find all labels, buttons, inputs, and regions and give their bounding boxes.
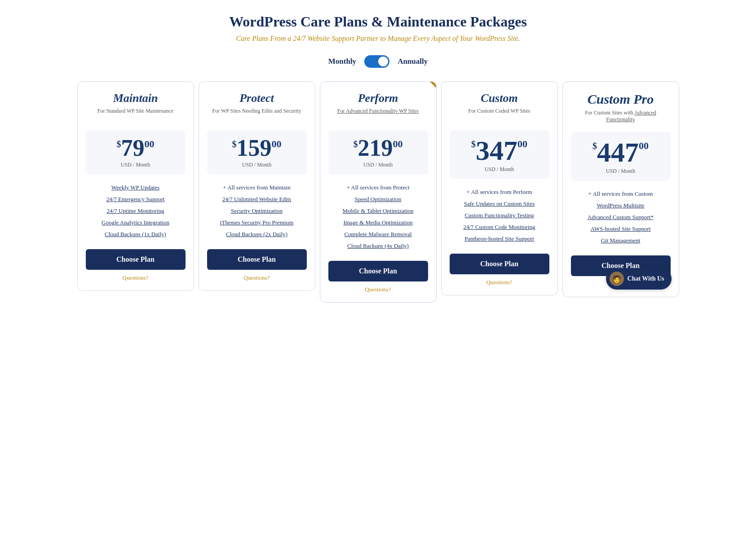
price-main: 347 <box>476 136 517 164</box>
feature-item: + All services from Maintain <box>207 182 307 193</box>
price-cents: 00 <box>272 138 282 150</box>
plan-card-perform: MOST POPULAR Perform For Advanced Functi… <box>320 81 437 303</box>
price-symbol: $ <box>117 139 121 149</box>
price-main: 79 <box>121 136 145 160</box>
plan-name: Maintain <box>86 92 186 105</box>
plan-description: For WP Sites Needing Edits and Security <box>207 108 307 124</box>
price-period: USD / Month <box>90 162 181 168</box>
choose-plan-button[interactable]: Choose Plan <box>450 254 549 274</box>
price-main: 447 <box>597 138 639 166</box>
chat-avatar-icon: 🧑 <box>610 272 624 286</box>
plans-container: Maintain For Standard WP Site Maintenanc… <box>75 81 681 303</box>
plan-card-custom-pro: Custom Pro For Custom Sites with Advance… <box>562 81 679 297</box>
feature-item: Speed Optimization <box>328 193 428 205</box>
plan-description: For Custom Sites with Advanced Functiona… <box>571 110 671 126</box>
feature-item: Weekly WP Updates <box>86 182 186 193</box>
feature-item: + All services from Custom <box>571 188 671 200</box>
feature-item: 24/7 Custom Code Monitoring <box>450 221 549 233</box>
feature-item: Google Analytics Integration <box>86 217 186 228</box>
price-block: $ 159 00 USD / Month <box>207 130 307 175</box>
feature-item: Pantheon-hosted Site Support <box>450 233 549 245</box>
questions-link[interactable]: Questions? <box>86 274 186 281</box>
features-list: + All services from Maintain24/7 Unlimit… <box>207 182 307 240</box>
feature-item: AWS-hosted Site Support <box>571 223 671 235</box>
plan-name: Custom <box>450 92 549 105</box>
choose-plan-button[interactable]: Choose Plan <box>207 249 307 270</box>
feature-item: Git Management <box>571 235 671 246</box>
chat-label: Chat With Us <box>628 275 664 282</box>
price-main: 159 <box>237 136 272 160</box>
price-block: $ 447 00 USD / Month <box>571 132 671 181</box>
feature-item: Cloud Backups (2x Daily) <box>207 228 307 240</box>
feature-item: 24/7 Uptime Monitoring <box>86 205 186 217</box>
plan-card-custom: Custom For Custom Coded WP Sites $ 347 0… <box>441 81 558 295</box>
feature-item: Advanced Custom Support* <box>571 211 671 223</box>
price-symbol: $ <box>471 139 476 149</box>
feature-item: Cloud Backups (1x Daily) <box>86 228 186 240</box>
plan-card-protect: Protect For WP Sites Needing Edits and S… <box>199 81 315 291</box>
choose-plan-button[interactable]: Choose Plan <box>86 249 186 270</box>
price-symbol: $ <box>232 139 237 149</box>
feature-item: iThemes Security Pro Premium <box>207 217 307 228</box>
feature-item: + All services from Protect <box>328 182 428 193</box>
features-list: + All services from ProtectSpeed Optimiz… <box>328 182 428 252</box>
price-block: $ 347 00 USD / Month <box>450 130 549 179</box>
feature-item: 24/7 Unlimited Website Edits <box>207 193 307 205</box>
feature-item: + All services from Perform <box>450 186 549 198</box>
toggle-thumb <box>378 57 388 66</box>
features-list: + All services from CustomWordPress Mult… <box>571 188 671 246</box>
plan-name: Custom Pro <box>571 92 671 107</box>
feature-item: Cloud Backups (4x Daily) <box>328 240 428 252</box>
feature-item: Image & Media Optimization <box>328 217 428 228</box>
plan-card-maintain: Maintain For Standard WP Site Maintenanc… <box>77 81 194 291</box>
price-block: $ 219 00 USD / Month <box>328 130 428 175</box>
price-block: $ 79 00 USD / Month <box>86 130 186 175</box>
plan-description: For Standard WP Site Maintenance <box>86 108 186 124</box>
feature-item: Custom Functionality Testing <box>450 210 549 221</box>
choose-plan-button[interactable]: Choose Plan <box>328 261 428 281</box>
price-period: USD / Month <box>454 166 545 173</box>
billing-toggle-container: Monthly Annually <box>9 55 747 68</box>
feature-item: Complete Malware Removal <box>328 228 428 240</box>
annually-label: Annually <box>398 57 428 66</box>
feature-item: WordPress Multisite <box>571 200 671 211</box>
chat-widget[interactable]: 🧑 Chat With Us <box>606 268 672 290</box>
price-cents: 00 <box>145 138 155 150</box>
price-cents: 00 <box>393 138 403 150</box>
price-period: USD / Month <box>212 162 302 168</box>
price-cents: 00 <box>517 138 527 150</box>
plan-name: Protect <box>207 92 307 105</box>
most-popular-text: MOST POPULAR <box>415 82 436 92</box>
price-period: USD / Month <box>333 162 424 168</box>
price-period: USD / Month <box>575 168 666 175</box>
billing-toggle-switch[interactable] <box>364 55 389 68</box>
plan-description: For Custom Coded WP Sites <box>450 108 549 124</box>
features-list: Weekly WP Updates24/7 Emergency Support2… <box>86 182 186 240</box>
questions-link[interactable]: Questions? <box>450 279 549 286</box>
price-symbol: $ <box>592 141 597 151</box>
feature-item: Mobile & Tablet Optimization <box>328 205 428 217</box>
page-subtitle: Care Plans From a 24/7 Website Support P… <box>9 35 747 43</box>
feature-item: 24/7 Emergency Support <box>86 193 186 205</box>
questions-link[interactable]: Questions? <box>207 274 307 281</box>
questions-link[interactable]: Questions? <box>328 286 428 293</box>
feature-item: Security Optimization <box>207 205 307 217</box>
features-list: + All services from PerformSafe Updates … <box>450 186 549 245</box>
price-cents: 00 <box>639 140 649 152</box>
price-main: 219 <box>358 136 393 160</box>
monthly-label: Monthly <box>328 57 356 66</box>
feature-item: Safe Updates on Custom Sites <box>450 198 549 210</box>
page-title: WordPress Care Plans & Maintenance Packa… <box>9 13 747 30</box>
most-popular-badge: MOST POPULAR <box>405 82 436 113</box>
price-symbol: $ <box>354 139 358 149</box>
